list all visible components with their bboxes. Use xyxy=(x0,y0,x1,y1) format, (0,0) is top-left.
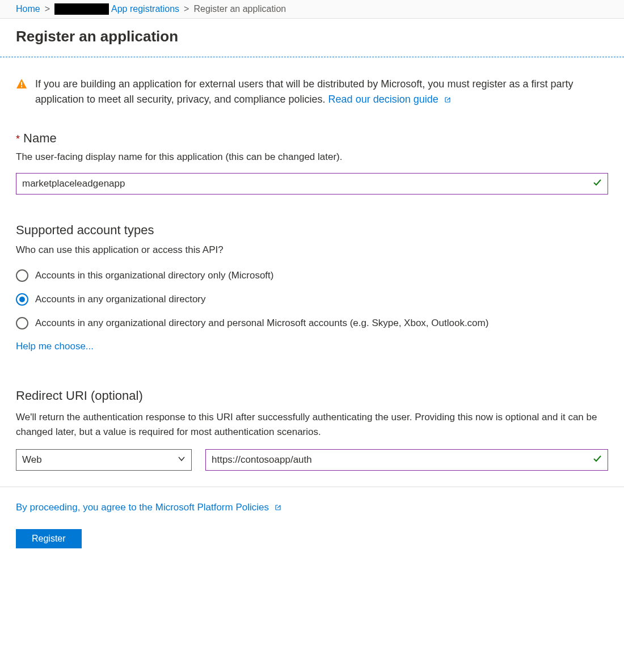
breadcrumb-app-registrations[interactable]: App registrations xyxy=(111,4,179,14)
decision-guide-link[interactable]: Read our decision guide xyxy=(328,94,452,105)
account-type-option-0[interactable]: Accounts in this organizational director… xyxy=(16,269,608,282)
account-types-title: Supported account types xyxy=(16,223,608,238)
external-link-icon xyxy=(444,95,452,106)
breadcrumb: Home > App registrations > Register an a… xyxy=(0,0,624,19)
name-input[interactable] xyxy=(22,175,593,193)
radio-label: Accounts in any organizational directory xyxy=(35,294,206,305)
account-type-option-1[interactable]: Accounts in any organizational directory xyxy=(16,293,608,306)
radio-icon xyxy=(16,269,28,282)
redirect-uri-title: Redirect URI (optional) xyxy=(16,388,608,403)
account-type-option-2[interactable]: Accounts in any organizational directory… xyxy=(16,317,608,329)
footer: By proceeding, you agree to the Microsof… xyxy=(0,487,624,567)
radio-icon xyxy=(16,293,28,306)
redirect-uri-desc: We'll return the authentication response… xyxy=(16,410,608,439)
radio-icon xyxy=(16,317,28,329)
account-types-sub: Who can use this application or access t… xyxy=(16,244,608,256)
help-me-choose-link[interactable]: Help me choose... xyxy=(16,341,94,352)
redirect-uri-input-container xyxy=(205,449,608,471)
warning-icon xyxy=(16,78,27,108)
required-asterisk: * xyxy=(16,133,20,145)
check-icon xyxy=(593,454,602,466)
redirect-type-select[interactable]: Web xyxy=(16,449,192,471)
name-label: Name xyxy=(23,131,57,146)
breadcrumb-current: Register an application xyxy=(193,4,286,14)
breadcrumb-redacted xyxy=(54,3,109,15)
platform-policies-link[interactable]: By proceeding, you agree to the Microsof… xyxy=(16,502,282,513)
chevron-right-icon: > xyxy=(45,4,50,14)
name-input-container xyxy=(16,173,608,195)
check-icon xyxy=(593,178,602,189)
breadcrumb-home[interactable]: Home xyxy=(16,4,40,14)
radio-label: Accounts in any organizational directory… xyxy=(35,318,488,329)
warning-notice: If you are building an application for e… xyxy=(16,77,608,108)
external-link-icon xyxy=(274,503,282,514)
redirect-uri-input[interactable] xyxy=(212,451,593,469)
warning-text: If you are building an application for e… xyxy=(35,78,573,105)
svg-rect-1 xyxy=(21,86,22,87)
register-button[interactable]: Register xyxy=(16,529,82,548)
name-hint: The user-facing display name for this ap… xyxy=(16,151,608,163)
select-value: Web xyxy=(22,454,42,466)
page-header: Register an application xyxy=(0,19,624,57)
chevron-down-icon xyxy=(178,454,185,466)
chevron-right-icon: > xyxy=(184,4,189,14)
page-title: Register an application xyxy=(16,28,608,45)
svg-rect-0 xyxy=(21,82,22,86)
radio-label: Accounts in this organizational director… xyxy=(35,270,273,281)
